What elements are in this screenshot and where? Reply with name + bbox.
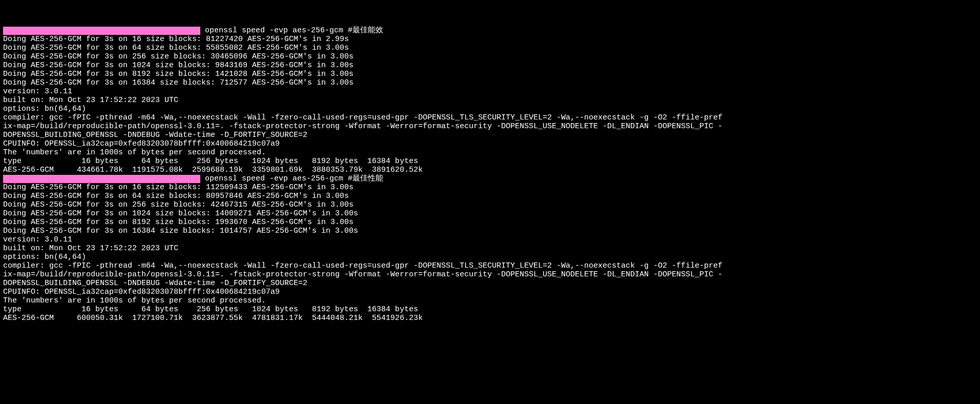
output-line: Doing AES-256-GCM for 3s on 1024 size bl… xyxy=(3,61,353,70)
output-line: Doing AES-256-GCM for 3s on 1024 size bl… xyxy=(3,209,358,218)
output-line: compiler: gcc -fPIC -pthread -m64 -Wa,--… xyxy=(3,261,722,270)
command-line: openssl speed -evp aes-256-gcm #最佳能效 xyxy=(205,26,383,35)
output-line: Doing AES-256-GCM for 3s on 8192 size bl… xyxy=(3,218,353,227)
output-line: Doing AES-256-GCM for 3s on 256 size blo… xyxy=(3,200,353,209)
output-line: Doing AES-256-GCM for 3s on 64 size bloc… xyxy=(3,44,349,52)
terminal-window[interactable]: openssl speed -evp aes-256-gcm #最佳能效 Doi… xyxy=(0,17,980,404)
output-line: Doing AES-256-GCM for 3s on 8192 size bl… xyxy=(3,70,353,78)
output-line: built on: Mon Oct 23 17:52:22 2023 UTC xyxy=(3,96,178,105)
output-line: Doing AES-256-GCM for 3s on 16384 size b… xyxy=(3,227,358,235)
command-line: openssl speed -evp aes-256-gcm #最佳性能 xyxy=(205,174,383,183)
redacted-prompt xyxy=(3,175,200,183)
output-line: The 'numbers' are in 1000s of bytes per … xyxy=(3,148,266,157)
table-header: type 16 bytes 64 bytes 256 bytes 1024 by… xyxy=(3,305,418,314)
table-header: type 16 bytes 64 bytes 256 bytes 1024 by… xyxy=(3,157,418,166)
output-line: Doing AES-256-GCM for 3s on 16384 size b… xyxy=(3,78,353,87)
output-line: CPUINFO: OPENSSL_ia32cap=0xfed83203078bf… xyxy=(3,288,280,296)
output-line: DOPENSSL_BUILDING_OPENSSL -DNDEBUG -Wdat… xyxy=(3,131,307,139)
output-line: ix-map=/build/reproducible-path/openssl-… xyxy=(3,270,722,279)
output-line: version: 3.0.11 xyxy=(3,87,72,96)
output-line: CPUINFO: OPENSSL_ia32cap=0xfed83203078bf… xyxy=(3,139,280,148)
output-line: Doing AES-256-GCM for 3s on 256 size blo… xyxy=(3,52,353,61)
table-row: AES-256-GCM 434661.78k 1191575.08k 25996… xyxy=(3,166,423,174)
output-line: options: bn(64,64) xyxy=(3,105,86,113)
output-line: ix-map=/build/reproducible-path/openssl-… xyxy=(3,122,722,131)
output-line: Doing AES-256-GCM for 3s on 64 size bloc… xyxy=(3,192,349,200)
output-line: DOPENSSL_BUILDING_OPENSSL -DNDEBUG -Wdat… xyxy=(3,279,307,288)
output-line: version: 3.0.11 xyxy=(3,235,72,244)
output-line: compiler: gcc -fPIC -pthread -m64 -Wa,--… xyxy=(3,113,722,122)
output-line: The 'numbers' are in 1000s of bytes per … xyxy=(3,296,266,305)
output-line: Doing AES-256-GCM for 3s on 16 size bloc… xyxy=(3,35,349,44)
table-row: AES-256-GCM 600050.31k 1727100.71k 36238… xyxy=(3,314,423,322)
output-line: options: bn(64,64) xyxy=(3,253,86,261)
redacted-prompt xyxy=(3,27,200,35)
output-line: Doing AES-256-GCM for 3s on 16 size bloc… xyxy=(3,183,353,192)
output-line: built on: Mon Oct 23 17:52:22 2023 UTC xyxy=(3,244,178,253)
